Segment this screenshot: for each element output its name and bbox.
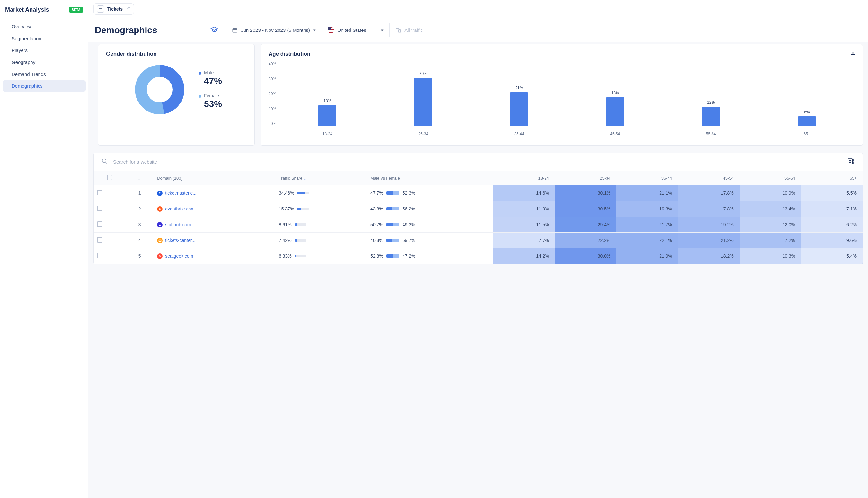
col-35-44[interactable]: 35-44 — [616, 171, 678, 185]
col-25-34[interactable]: 25-34 — [555, 171, 616, 185]
bar-55-64: 12% — [700, 100, 722, 126]
nav-item-geography[interactable]: Geography — [3, 56, 86, 68]
table-row: 3▲stubhub.com8.61%50.7%49.3%11.5%29.4%21… — [94, 217, 863, 233]
search-input[interactable] — [113, 159, 847, 165]
nav-item-demand-trends[interactable]: Demand Trends — [3, 68, 86, 80]
market-icon — [97, 5, 104, 13]
download-icon[interactable] — [850, 50, 856, 57]
graduation-icon[interactable] — [203, 26, 226, 35]
age-cell: 5.4% — [801, 248, 863, 264]
favicon: e — [157, 206, 162, 212]
male-pct: 43.8% — [370, 206, 383, 211]
age-cell: 7.1% — [801, 201, 863, 217]
gender-title: Gender distribution — [106, 51, 247, 57]
age-cell: 21.9% — [616, 248, 678, 264]
age-cell: 19.2% — [678, 217, 739, 233]
row-checkbox[interactable] — [97, 190, 103, 195]
col-18-24[interactable]: 18-24 — [493, 171, 555, 185]
col-55-64[interactable]: 55-64 — [739, 171, 801, 185]
sidebar: Market Analysis BETA OverviewSegmentatio… — [0, 0, 88, 498]
row-number: 5 — [125, 248, 154, 264]
chevron-down-icon: ▾ — [381, 27, 384, 33]
svg-rect-0 — [99, 8, 103, 10]
age-cell: 10.3% — [739, 248, 801, 264]
traffic-share-bar — [295, 239, 306, 241]
age-cell: 21.1% — [616, 185, 678, 201]
age-cell: 30.5% — [555, 201, 616, 217]
favicon: s — [157, 253, 162, 259]
row-checkbox[interactable] — [97, 221, 103, 227]
table-row: 2eeventbrite.com15.37%43.8%56.2%11.9%30.… — [94, 201, 863, 217]
bar-18-24: 13% — [316, 99, 338, 126]
bar-45-54: 18% — [604, 91, 626, 126]
col-number[interactable]: # — [125, 171, 154, 185]
flag-us-icon — [328, 27, 334, 34]
gender-donut-chart — [135, 65, 184, 114]
nav-item-players[interactable]: Players — [3, 45, 86, 56]
domain-link[interactable]: tickets-center.... — [165, 238, 197, 243]
bar-65+: 6% — [796, 110, 818, 126]
legend-female: Female 53% — [199, 93, 222, 109]
pencil-icon[interactable] — [126, 6, 131, 12]
age-cell: 30.1% — [555, 185, 616, 201]
nav-item-segmentation[interactable]: Segmentation — [3, 33, 86, 44]
gender-card: Gender distribution Male 47% — [98, 44, 255, 146]
male-pct: 40.3% — [370, 238, 383, 243]
domain-link[interactable]: stubhub.com — [165, 222, 191, 227]
col-male-vs-female[interactable]: Male vs Female — [367, 171, 493, 185]
row-checkbox[interactable] — [97, 206, 103, 211]
mvf-bar — [386, 223, 399, 226]
date-range-picker[interactable]: Jun 2023 - Nov 2023 (6 Months) ▾ — [226, 27, 322, 33]
table-row: 5sseatgeek.com6.33%52.8%47.2%14.2%30.0%2… — [94, 248, 863, 264]
age-title: Age distribution — [269, 51, 855, 57]
row-checkbox[interactable] — [97, 253, 103, 258]
age-cell: 9.6% — [801, 233, 863, 248]
table-card: # Domain (100) Traffic Share↓ Male vs Fe… — [93, 153, 863, 264]
traffic-share-bar — [295, 255, 306, 257]
col-traffic-share[interactable]: Traffic Share↓ — [276, 171, 367, 185]
country-picker[interactable]: United States ▾ — [322, 27, 389, 34]
female-pct: 47.2% — [402, 253, 415, 259]
bar-35-44: 21% — [508, 86, 530, 126]
export-excel-icon[interactable] — [847, 157, 855, 166]
chevron-down-icon: ▾ — [313, 27, 316, 33]
svg-rect-10 — [852, 162, 854, 163]
calendar-icon — [232, 27, 238, 33]
male-pct: 52.8% — [370, 253, 383, 259]
websites-table: # Domain (100) Traffic Share↓ Male vs Fe… — [94, 171, 863, 264]
traffic-share-bar — [297, 208, 309, 210]
traffic-share-value: 6.33% — [279, 253, 292, 259]
age-cell: 5.5% — [801, 185, 863, 201]
col-domain[interactable]: Domain (100) — [154, 171, 276, 185]
age-cell: 18.2% — [678, 248, 739, 264]
market-tab-tickets[interactable]: Tickets — [93, 3, 134, 15]
mvf-bar — [386, 254, 399, 258]
traffic-share-bar — [297, 192, 309, 194]
nav-item-overview[interactable]: Overview — [3, 21, 86, 32]
female-pct: 49.3% — [402, 222, 415, 227]
table-row: 4🎟tickets-center....7.42%40.3%59.7%7.7%2… — [94, 233, 863, 248]
domain-link[interactable]: ticketmaster.c... — [165, 191, 196, 196]
row-checkbox[interactable] — [97, 237, 103, 243]
legend-male: Male 47% — [199, 70, 222, 86]
female-pct: 56.2% — [402, 206, 415, 211]
col-65[interactable]: 65+ — [801, 171, 863, 185]
age-cell: 30.0% — [555, 248, 616, 264]
bar-25-34: 30% — [412, 71, 435, 126]
select-all-checkbox[interactable] — [107, 175, 112, 180]
domain-link[interactable]: seatgeek.com — [165, 253, 193, 259]
tab-label: Tickets — [107, 6, 123, 12]
col-45-54[interactable]: 45-54 — [678, 171, 739, 185]
svg-rect-1 — [232, 28, 237, 32]
page-title: Demographics — [93, 25, 203, 35]
mvf-bar — [386, 192, 399, 195]
age-cell: 13.4% — [739, 201, 801, 217]
favicon: ▲ — [157, 222, 162, 227]
traffic-share-value: 7.42% — [279, 238, 292, 243]
age-cell: 14.6% — [493, 185, 555, 201]
nav-item-demographics[interactable]: Demographics — [3, 80, 86, 92]
sort-desc-icon: ↓ — [304, 176, 306, 181]
domain-link[interactable]: eventbrite.com — [165, 206, 195, 211]
female-pct: 59.7% — [402, 238, 415, 243]
row-number: 1 — [125, 185, 154, 201]
